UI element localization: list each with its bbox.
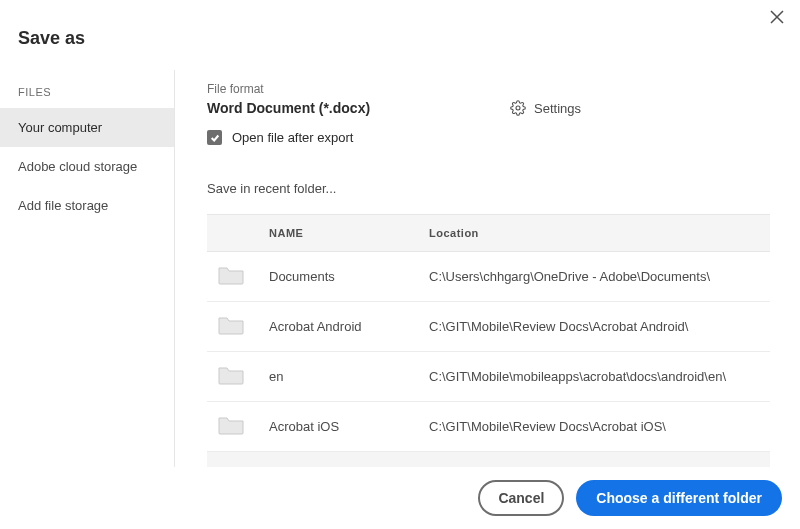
checkmark-icon bbox=[210, 133, 220, 143]
open-after-export-checkbox[interactable] bbox=[207, 130, 222, 145]
recent-folder-heading: Save in recent folder... bbox=[207, 181, 770, 196]
column-header-name[interactable]: NAME bbox=[259, 215, 419, 252]
row-location: C:\Users\chhgarg\OneDrive - Adobe\Docume… bbox=[419, 252, 770, 302]
settings-button[interactable]: Settings bbox=[510, 100, 581, 116]
row-name: Acrobat Android bbox=[259, 302, 419, 352]
row-name: en bbox=[259, 352, 419, 402]
recent-folder-table: NAME Location Documents C:\Users\chhgarg… bbox=[207, 214, 770, 467]
table-row[interactable]: Acrobat Android C:\GIT\Mobile\Review Doc… bbox=[207, 302, 770, 352]
column-header-icon bbox=[207, 215, 259, 252]
row-location: C:\GIT\Mobile\mobileapps\acrobat\docs\an… bbox=[419, 352, 770, 402]
folder-icon bbox=[217, 364, 245, 386]
file-format-heading: File format bbox=[207, 82, 770, 96]
folder-icon bbox=[217, 414, 245, 436]
dialog-title: Save as bbox=[0, 0, 800, 73]
choose-folder-button[interactable]: Choose a different folder bbox=[576, 480, 782, 516]
sidebar-item-label: Add file storage bbox=[18, 198, 108, 213]
sidebar-item-add-storage[interactable]: Add file storage bbox=[0, 186, 174, 225]
cancel-button[interactable]: Cancel bbox=[478, 480, 564, 516]
table-row[interactable]: Acrobat iOS C:\GIT\Mobile\Review Docs\Ac… bbox=[207, 402, 770, 452]
settings-label: Settings bbox=[534, 101, 581, 116]
open-after-export-label: Open file after export bbox=[232, 130, 353, 145]
row-name: Acrobat iOS bbox=[259, 402, 419, 452]
close-icon bbox=[770, 10, 784, 24]
sidebar-item-adobe-cloud[interactable]: Adobe cloud storage bbox=[0, 147, 174, 186]
table-footer-row bbox=[207, 452, 770, 468]
row-location: C:\GIT\Mobile\Review Docs\Acrobat Androi… bbox=[419, 302, 770, 352]
file-format-value: Word Document (*.docx) bbox=[207, 100, 370, 116]
sidebar-item-label: Your computer bbox=[18, 120, 102, 135]
folder-icon bbox=[217, 264, 245, 286]
content-pane: File format Word Document (*.docx) Setti… bbox=[175, 70, 800, 467]
gear-icon bbox=[510, 100, 526, 116]
column-header-location[interactable]: Location bbox=[419, 215, 770, 252]
folder-icon bbox=[217, 314, 245, 336]
table-row[interactable]: en C:\GIT\Mobile\mobileapps\acrobat\docs… bbox=[207, 352, 770, 402]
sidebar: FILES Your computer Adobe cloud storage … bbox=[0, 70, 175, 467]
sidebar-item-your-computer[interactable]: Your computer bbox=[0, 108, 174, 147]
svg-point-0 bbox=[516, 106, 520, 110]
sidebar-item-label: Adobe cloud storage bbox=[18, 159, 137, 174]
row-name: Documents bbox=[259, 252, 419, 302]
row-location: C:\GIT\Mobile\Review Docs\Acrobat iOS\ bbox=[419, 402, 770, 452]
table-row[interactable]: Documents C:\Users\chhgarg\OneDrive - Ad… bbox=[207, 252, 770, 302]
dialog-footer: Cancel Choose a different folder bbox=[0, 467, 800, 529]
sidebar-heading: FILES bbox=[0, 76, 174, 108]
close-button[interactable] bbox=[770, 10, 786, 26]
